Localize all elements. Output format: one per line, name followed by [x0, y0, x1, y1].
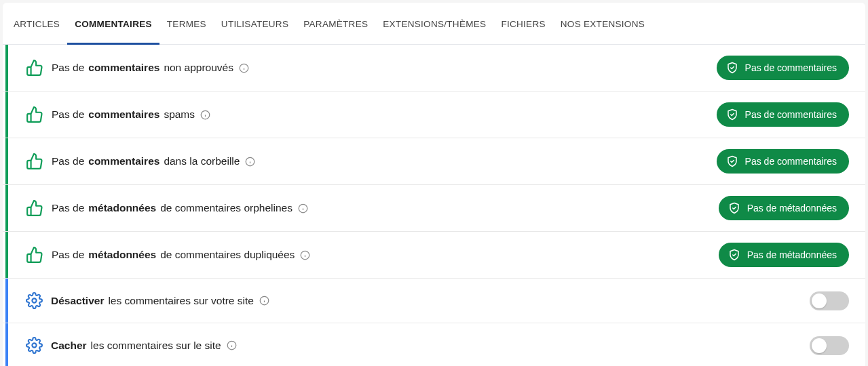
rows-container: Pas de commentaires non approuvés Pas de…	[3, 45, 865, 366]
thumbs-up-icon	[26, 246, 43, 264]
row-text: Pas de métadonnées de commentaires orphe…	[52, 202, 308, 214]
row-left: Pas de métadonnées de commentaires orphe…	[26, 199, 719, 217]
shield-check-icon	[726, 108, 738, 121]
thumbs-up-icon	[26, 152, 43, 170]
badge-label: Pas de commentaires	[745, 62, 837, 73]
row-prefix: Pas de	[52, 202, 84, 214]
row-left: Pas de commentaires non approuvés	[26, 59, 717, 77]
row-suffix: de commentaires orphelines	[160, 202, 293, 214]
gear-icon	[26, 292, 43, 309]
row-bold: commentaires	[88, 155, 159, 167]
row-bold: Désactiver	[51, 295, 104, 307]
row-prefix: Pas de	[52, 108, 84, 121]
badge-label: Pas de commentaires	[745, 109, 837, 120]
status-row: Pas de métadonnées de commentaires dupli…	[3, 232, 865, 279]
row-text: Cacher les commentaires sur le site	[51, 340, 237, 352]
row-prefix: Pas de	[52, 249, 84, 261]
info-icon[interactable]	[298, 203, 308, 214]
status-badge: Pas de commentaires	[717, 56, 849, 80]
tab-nos-extensions[interactable]: NOS EXTENSIONS	[561, 3, 645, 44]
row-suffix: de commentaires dupliquées	[160, 249, 295, 261]
row-text: Désactiver les commentaires sur votre si…	[51, 295, 269, 307]
row-suffix: spams	[164, 108, 195, 121]
thumbs-up-icon	[26, 199, 43, 217]
status-row: Pas de commentaires spams Pas de comment…	[3, 92, 865, 138]
info-icon[interactable]	[200, 110, 210, 120]
row-suffix: dans la corbeille	[164, 155, 240, 167]
row-text: Pas de commentaires spams	[52, 108, 210, 121]
badge-label: Pas de commentaires	[745, 156, 837, 167]
row-bold: commentaires	[88, 108, 159, 121]
row-text: Pas de métadonnées de commentaires dupli…	[52, 249, 310, 261]
status-badge: Pas de métadonnées	[719, 243, 849, 267]
row-left: Pas de métadonnées de commentaires dupli…	[26, 246, 719, 264]
row-text: Pas de commentaires dans la corbeille	[52, 155, 255, 167]
row-suffix: non approuvés	[164, 62, 233, 74]
toggle-disable-comments[interactable]	[810, 291, 849, 310]
status-badge: Pas de métadonnées	[719, 196, 849, 220]
row-bold: Cacher	[51, 340, 87, 352]
row-text: Pas de commentaires non approuvés	[52, 62, 249, 74]
row-suffix: les commentaires sur votre site	[108, 295, 254, 307]
gear-icon	[26, 337, 43, 354]
info-icon[interactable]	[227, 340, 237, 350]
badge-label: Pas de métadonnées	[747, 203, 837, 214]
row-bold: métadonnées	[88, 249, 156, 261]
row-prefix: Pas de	[52, 155, 84, 167]
tab-parametres[interactable]: PARAMÈTRES	[303, 3, 368, 44]
row-left: Cacher les commentaires sur le site	[26, 337, 810, 354]
shield-check-icon	[728, 202, 740, 214]
thumbs-up-icon	[26, 59, 43, 77]
status-badge: Pas de commentaires	[717, 102, 849, 127]
status-row: Pas de commentaires dans la corbeille Pa…	[3, 138, 865, 185]
row-bold: commentaires	[88, 62, 159, 74]
toggle-hide-comments[interactable]	[810, 336, 849, 355]
thumbs-up-icon	[26, 106, 43, 123]
settings-panel: ARTICLES COMMENTAIRES TERMES UTILISATEUR…	[3, 3, 865, 366]
row-suffix: les commentaires sur le site	[91, 340, 221, 352]
row-prefix: Pas de	[52, 62, 84, 74]
svg-point-19	[32, 343, 36, 347]
tab-termes[interactable]: TERMES	[167, 3, 206, 44]
shield-check-icon	[728, 249, 740, 261]
tab-fichiers[interactable]: FICHIERS	[501, 3, 545, 44]
tab-bar: ARTICLES COMMENTAIRES TERMES UTILISATEUR…	[3, 3, 865, 45]
row-bold: métadonnées	[88, 202, 156, 214]
tab-articles[interactable]: ARTICLES	[14, 3, 60, 44]
tab-commentaires[interactable]: COMMENTAIRES	[75, 3, 152, 44]
status-row: Pas de métadonnées de commentaires orphe…	[3, 185, 865, 232]
badge-label: Pas de métadonnées	[747, 249, 837, 260]
tab-utilisateurs[interactable]: UTILISATEURS	[221, 3, 288, 44]
status-badge: Pas de commentaires	[717, 149, 849, 174]
row-left: Désactiver les commentaires sur votre si…	[26, 292, 810, 309]
row-left: Pas de commentaires spams	[26, 106, 717, 123]
setting-row: Cacher les commentaires sur le site	[3, 323, 865, 366]
row-left: Pas de commentaires dans la corbeille	[26, 152, 717, 170]
tab-extensions-themes[interactable]: EXTENSIONS/THÈMES	[383, 3, 486, 44]
shield-check-icon	[726, 155, 738, 167]
info-icon[interactable]	[259, 296, 269, 306]
setting-row: Désactiver les commentaires sur votre si…	[3, 279, 865, 323]
svg-point-15	[32, 298, 36, 302]
info-icon[interactable]	[239, 63, 249, 73]
status-row: Pas de commentaires non approuvés Pas de…	[3, 45, 865, 92]
info-icon[interactable]	[300, 250, 310, 260]
info-icon[interactable]	[245, 157, 255, 167]
shield-check-icon	[726, 62, 738, 74]
